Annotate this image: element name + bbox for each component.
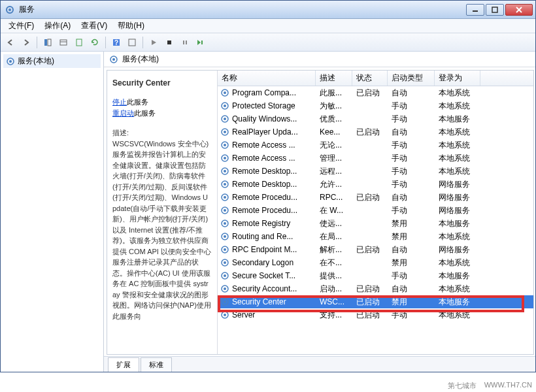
back-button[interactable] xyxy=(3,35,18,50)
table-row[interactable]: Remote Procedu...RPC...已启动自动网络服务 xyxy=(218,191,533,204)
table-row[interactable]: Remote Access ...无论...手动本地系统 xyxy=(218,139,533,152)
svg-point-29 xyxy=(224,131,226,133)
svg-point-21 xyxy=(112,58,115,61)
start-service-button[interactable] xyxy=(146,35,161,50)
tree-root-label: 服务(本地) xyxy=(18,56,54,67)
table-row[interactable]: Quality Windows...优质...手动本地服务 xyxy=(218,112,533,125)
gear-icon xyxy=(220,206,229,215)
detail-pane: Security Center 停止此服务 重启动此服务 描述: WSCSVC(… xyxy=(107,71,217,354)
gear-icon xyxy=(220,284,229,293)
gear-icon xyxy=(220,271,229,280)
table-row[interactable]: Security CenterWSC...已启动禁用本地服务 xyxy=(218,295,533,308)
restart-link[interactable]: 重启动 xyxy=(112,109,134,117)
gear-icon xyxy=(220,258,229,267)
menu-help[interactable]: 帮助(H) xyxy=(112,19,150,33)
col-logon[interactable]: 登录为 xyxy=(435,71,480,86)
svg-point-27 xyxy=(224,118,226,120)
help2-button[interactable] xyxy=(125,35,139,50)
gear-icon xyxy=(220,245,229,254)
svg-point-55 xyxy=(224,301,226,303)
gear-icon xyxy=(220,219,229,228)
tree-root-item[interactable]: 服务(本地) xyxy=(3,54,101,68)
gear-icon xyxy=(220,193,229,202)
col-startup[interactable]: 启动类型 xyxy=(388,71,435,86)
tab-standard[interactable]: 标准 xyxy=(141,357,172,372)
svg-point-1 xyxy=(8,8,11,11)
stop-service-button[interactable] xyxy=(162,35,176,50)
maximize-button[interactable] xyxy=(486,4,504,16)
svg-point-23 xyxy=(224,91,226,94)
gear-icon xyxy=(220,127,229,137)
desc-label: 描述: xyxy=(112,127,212,139)
table-row[interactable]: Protected Storage为敏...手动本地系统 xyxy=(218,99,533,112)
refresh-button[interactable] xyxy=(88,35,102,50)
table-row[interactable]: Remote Access ...管理...手动本地系统 xyxy=(218,152,533,165)
menu-file[interactable]: 文件(F) xyxy=(3,19,39,33)
svg-point-43 xyxy=(224,222,226,225)
tab-strip: 扩展 标准 xyxy=(104,356,535,372)
col-desc[interactable]: 描述 xyxy=(316,71,352,86)
list-header: 名称 描述 状态 启动类型 登录为 xyxy=(218,71,533,86)
list-body[interactable]: Program Compa...此服...已启动自动本地系统Protected … xyxy=(218,86,533,354)
table-row[interactable]: Server支持...已启动手动本地系统 xyxy=(218,308,533,321)
svg-point-49 xyxy=(224,261,226,264)
gear-icon xyxy=(220,180,229,189)
table-row[interactable]: RealPlayer Upda...Kee...已启动自动本地系统 xyxy=(218,125,533,139)
svg-rect-15 xyxy=(183,41,184,44)
tree-panel: 服务(本地) xyxy=(1,52,104,372)
table-row[interactable]: Remote Desktop...允许...手动网络服务 xyxy=(218,178,533,191)
help-button[interactable]: ? xyxy=(109,35,124,50)
forward-button[interactable] xyxy=(19,35,33,50)
svg-rect-14 xyxy=(167,41,171,44)
titlebar[interactable]: 服务 xyxy=(1,1,535,19)
svg-point-25 xyxy=(224,105,226,107)
panel-title: 服务(本地) xyxy=(122,54,159,65)
gear-icon xyxy=(6,57,15,66)
col-name[interactable]: 名称 xyxy=(218,71,316,86)
pause-service-button[interactable] xyxy=(178,35,192,50)
services-window: 服务 文件(F) 操作(A) 查看(V) 帮助(H) ? xyxy=(0,0,536,372)
menu-action[interactable]: 操作(A) xyxy=(39,19,76,33)
svg-rect-6 xyxy=(44,39,47,46)
gear-icon xyxy=(220,154,229,163)
gear-icon xyxy=(220,310,229,319)
svg-text:?: ? xyxy=(114,39,118,46)
svg-point-51 xyxy=(224,274,226,277)
table-row[interactable]: Remote Registry使远...禁用本地服务 xyxy=(218,217,533,230)
col-status[interactable]: 状态 xyxy=(352,71,388,86)
properties-button[interactable] xyxy=(56,35,71,50)
watermark: 第七城市 WWW.TH7.CN xyxy=(448,381,532,391)
stop-link[interactable]: 停止 xyxy=(112,98,127,106)
menu-view[interactable]: 查看(V) xyxy=(76,19,112,33)
table-row[interactable]: Remote Desktop...远程...手动本地系统 xyxy=(218,165,533,178)
gear-icon xyxy=(220,88,229,97)
gear-icon xyxy=(220,167,229,176)
toolbar: ? xyxy=(1,33,535,52)
services-list: 名称 描述 状态 启动类型 登录为 Program Compa...此服...已… xyxy=(217,71,533,354)
table-row[interactable]: Routing and Re...在局...禁用本地系统 xyxy=(218,230,533,243)
panel-header: 服务(本地) xyxy=(104,52,535,67)
minimize-button[interactable] xyxy=(466,4,484,16)
table-row[interactable]: Security Account...启动...已启动自动本地系统 xyxy=(218,282,533,295)
svg-point-37 xyxy=(224,183,226,186)
restart-service-button[interactable] xyxy=(193,35,208,50)
gear-icon xyxy=(109,55,118,64)
export-button[interactable] xyxy=(72,35,86,50)
tab-extended[interactable]: 扩展 xyxy=(108,357,139,372)
table-row[interactable]: Remote Procedu...在 W...手动网络服务 xyxy=(218,204,533,217)
svg-point-31 xyxy=(224,144,226,146)
show-hide-tree-button[interactable] xyxy=(41,35,55,50)
gear-icon xyxy=(220,101,229,110)
table-row[interactable]: Secure Socket T...提供...手动本地服务 xyxy=(218,269,533,282)
svg-point-33 xyxy=(224,157,226,159)
table-row[interactable]: RPC Endpoint M...解析...已启动自动网络服务 xyxy=(218,243,533,256)
table-row[interactable]: Program Compa...此服...已启动自动本地系统 xyxy=(218,86,533,99)
table-row[interactable]: Secondary Logon在不...禁用本地系统 xyxy=(218,256,533,269)
svg-point-45 xyxy=(224,235,226,238)
svg-point-39 xyxy=(224,196,226,199)
window-title: 服务 xyxy=(19,4,466,15)
gear-icon xyxy=(220,297,229,306)
desc-text: WSCSVC(Windows 安全中心)服务监视并报告计算机上的安全健康设置。健… xyxy=(112,139,212,322)
close-button[interactable] xyxy=(505,4,533,16)
svg-point-57 xyxy=(224,314,226,316)
